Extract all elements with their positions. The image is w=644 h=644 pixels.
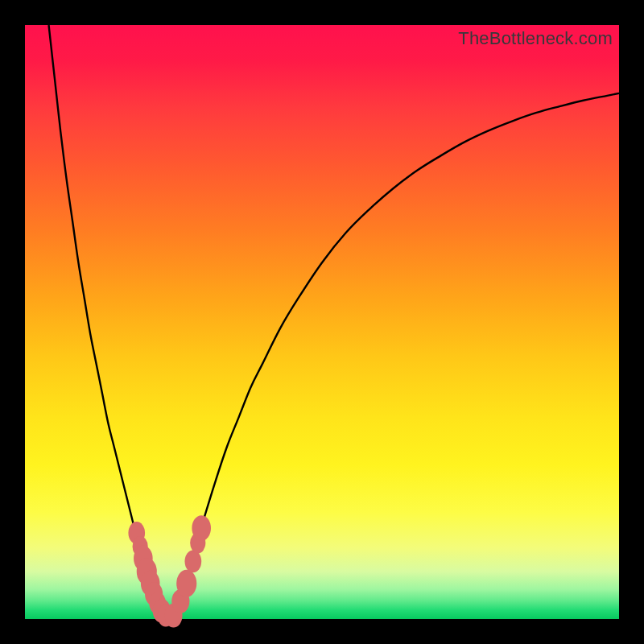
curve-layer	[25, 25, 619, 619]
right-bead	[185, 550, 202, 572]
curve-right-curve	[174, 93, 620, 617]
right-bead	[192, 515, 211, 541]
plot-area: TheBottleneck.com	[25, 25, 619, 619]
chart-frame: TheBottleneck.com	[0, 0, 644, 644]
right-bead	[176, 570, 196, 597]
curve-left-curve	[49, 25, 165, 617]
